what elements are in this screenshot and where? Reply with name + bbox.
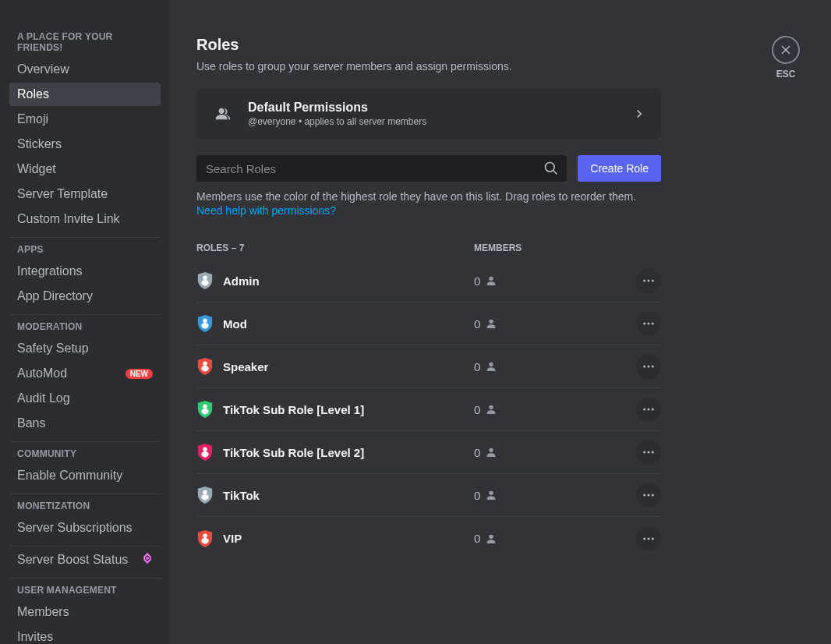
role-actions-cell: [599, 354, 661, 379]
role-name-cell: TikTok: [196, 486, 474, 504]
role-members-cell: 0: [474, 403, 599, 416]
sidebar-item-server-subscriptions[interactable]: Server Subscriptions: [9, 516, 161, 540]
default-permissions-title: Default Permissions: [248, 101, 619, 115]
close-button[interactable]: [772, 36, 800, 64]
role-members-cell: 0: [474, 317, 599, 331]
svg-point-12: [643, 366, 645, 368]
svg-point-7: [643, 323, 645, 325]
sidebar-item-server-template[interactable]: Server Template: [9, 182, 161, 206]
role-row[interactable]: TikTok0: [196, 474, 661, 517]
sidebar-item-label: Overview: [17, 62, 69, 76]
role-actions-cell: [599, 483, 661, 508]
help-text: Members use the color of the highest rol…: [196, 189, 661, 218]
sidebar-item-emoji[interactable]: Emoji: [9, 108, 161, 131]
sidebar-item-overview[interactable]: Overview: [9, 58, 161, 81]
svg-point-8: [648, 323, 650, 325]
roles-list: Admin0Mod0Speaker0TikTok Sub Role [Level…: [196, 260, 800, 560]
default-permissions-subtitle: @everyone • applies to all server member…: [248, 116, 619, 127]
sidebar-item-label: Invites: [17, 630, 53, 644]
more-button[interactable]: [636, 526, 661, 551]
create-role-button[interactable]: Create Role: [578, 155, 661, 182]
svg-point-6: [490, 320, 493, 324]
svg-point-16: [490, 405, 493, 409]
role-member-count: 0: [474, 489, 480, 502]
sidebar-item-bans[interactable]: Bans: [9, 412, 161, 435]
sidebar-item-server-boost-status[interactable]: Server Boost Status: [9, 548, 161, 571]
sidebar-item-label: Server Subscriptions: [17, 521, 133, 535]
more-button[interactable]: [636, 440, 661, 465]
person-icon: [485, 360, 497, 373]
role-row[interactable]: Mod0: [196, 303, 661, 345]
sidebar-item-custom-invite-link[interactable]: Custom Invite Link: [9, 207, 161, 231]
sidebar-item-widget[interactable]: Widget: [9, 157, 161, 181]
sidebar-item-automod[interactable]: AutoModNEW: [9, 362, 161, 385]
role-member-count: 0: [474, 403, 480, 416]
more-icon: [642, 317, 656, 331]
svg-point-4: [652, 280, 654, 282]
settings-sidebar: A PLACE FOR YOUR FRIENDS!OverviewRolesEm…: [0, 0, 170, 644]
boost-icon: [142, 553, 153, 567]
person-icon: [485, 533, 497, 545]
svg-point-17: [643, 409, 645, 411]
role-actions-cell: [599, 311, 661, 336]
sidebar-item-stickers[interactable]: Stickers: [9, 133, 161, 156]
svg-point-24: [652, 451, 654, 454]
role-name-cell: VIP: [196, 529, 474, 548]
role-row[interactable]: TikTok Sub Role [Level 1]0: [196, 388, 661, 431]
new-badge: NEW: [126, 369, 153, 379]
role-name: Admin: [223, 274, 260, 288]
svg-point-29: [652, 494, 654, 497]
more-button[interactable]: [636, 397, 661, 422]
sidebar-item-label: Enable Community: [17, 469, 122, 483]
role-row[interactable]: TikTok Sub Role [Level 2]0: [196, 431, 661, 474]
sidebar-item-invites[interactable]: Invites: [9, 625, 161, 644]
role-name: Speaker: [223, 360, 268, 373]
more-button[interactable]: [636, 268, 661, 293]
role-row[interactable]: VIP0: [196, 517, 661, 560]
role-actions-cell: [599, 397, 661, 422]
close-section: ESC: [772, 36, 800, 80]
role-name: TikTok: [223, 489, 260, 502]
sidebar-item-label: Stickers: [17, 137, 62, 151]
sidebar-item-enable-community[interactable]: Enable Community: [9, 464, 161, 487]
role-row[interactable]: Speaker0: [196, 345, 661, 388]
role-name-cell: Admin: [196, 271, 474, 290]
more-button[interactable]: [636, 483, 661, 508]
role-name: TikTok Sub Role [Level 1]: [223, 403, 364, 416]
sidebar-item-audit-log[interactable]: Audit Log: [9, 387, 161, 410]
role-shield-icon: [196, 486, 214, 504]
role-name-cell: TikTok Sub Role [Level 2]: [196, 443, 474, 462]
role-row[interactable]: Admin0: [196, 260, 661, 303]
default-permissions-card[interactable]: Default Permissions @everyone • applies …: [196, 88, 661, 140]
sidebar-item-app-directory[interactable]: App Directory: [9, 285, 161, 308]
sidebar-item-members[interactable]: Members: [9, 600, 161, 624]
more-button[interactable]: [636, 311, 661, 336]
sidebar-item-roles[interactable]: Roles: [9, 83, 161, 106]
svg-point-28: [648, 494, 650, 497]
svg-point-32: [643, 537, 645, 540]
svg-point-33: [648, 537, 650, 540]
chevron-right-icon: [631, 106, 647, 122]
more-button[interactable]: [636, 354, 661, 379]
svg-point-3: [648, 280, 650, 282]
close-icon: [780, 44, 792, 56]
sidebar-item-label: App Directory: [17, 289, 93, 303]
role-name-cell: TikTok Sub Role [Level 1]: [196, 400, 474, 419]
sidebar-item-label: Safety Setup: [17, 341, 89, 356]
search-row: Create Role: [196, 155, 661, 182]
role-member-count: 0: [474, 274, 480, 288]
close-label: ESC: [776, 69, 796, 80]
sidebar-item-integrations[interactable]: Integrations: [9, 260, 161, 283]
svg-point-18: [648, 409, 650, 411]
sidebar-item-safety-setup[interactable]: Safety Setup: [9, 337, 161, 360]
role-shield-icon: [196, 314, 214, 333]
role-shield-icon: [196, 400, 214, 419]
more-icon: [642, 488, 656, 502]
svg-point-9: [652, 323, 654, 325]
help-link[interactable]: Need help with permissions?: [196, 204, 336, 217]
role-name: VIP: [223, 532, 242, 545]
search-input[interactable]: [204, 156, 543, 182]
svg-point-20: [203, 448, 207, 452]
svg-point-30: [203, 533, 207, 538]
svg-point-23: [648, 451, 650, 454]
